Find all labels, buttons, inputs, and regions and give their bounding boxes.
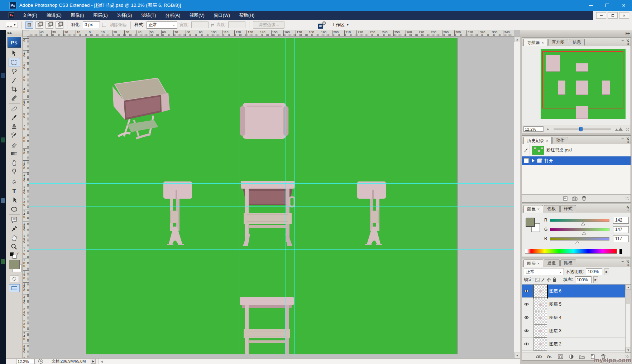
horizontal-scrollbar[interactable]: ◀ [99,359,520,364]
quick-mask-button[interactable] [10,276,19,282]
minimize-button[interactable] [583,0,599,11]
layer-thumbnail[interactable] [533,311,547,324]
opacity-spinner-icon[interactable]: ▶ [604,268,609,275]
scroll-down-icon[interactable]: ▼ [626,348,631,353]
layer-row[interactable]: 图层 4 [522,311,631,324]
menu-item-s[interactable]: 选择(S) [112,11,137,20]
layers-scrollbar[interactable]: ▲ ▼ [625,285,631,353]
slider-thumb[interactable] [582,232,586,235]
workspace-menu-button[interactable]: 工作区 ▼ [329,21,352,29]
panel-menu-icon[interactable]: ▾≡ [627,40,629,45]
status-menu-icon[interactable]: ▶ [91,359,96,364]
tab-layers-2[interactable]: 路径 [560,259,576,266]
layer-thumbnail[interactable] [533,324,547,338]
tool-pen[interactable] [9,178,20,187]
tool-move[interactable] [9,49,20,58]
tab-history-0[interactable]: 历史记录× [523,137,552,144]
doc-restore-button[interactable] [608,12,618,19]
layer-thumbnail[interactable] [533,338,547,351]
history-snapshot-row[interactable]: 粉红书桌.psd [522,144,631,156]
menu-item-h[interactable]: 帮助(H) [235,11,259,20]
r-value[interactable]: 142 [613,217,629,224]
visibility-toggle[interactable] [522,285,531,297]
menu-item-i[interactable]: 图像(I) [66,11,89,20]
tool-slice[interactable] [9,94,20,103]
tool-hand[interactable] [9,233,20,242]
navigator-thumbnail[interactable] [541,49,626,119]
tool-preset-picker[interactable]: ▼ [5,22,18,28]
layer-row[interactable]: 图层 2 [522,338,631,351]
style-select[interactable]: 正常 ⌄ [147,21,177,29]
menu-item-w[interactable]: 窗口(W) [209,11,235,20]
collapse-dock-icon[interactable]: ▶▶ [6,30,22,36]
blend-mode-select[interactable]: 正常 ⌄ [524,268,564,275]
new-document-from-state-icon[interactable] [561,195,570,202]
tab-history-1[interactable]: 动作 [552,137,568,144]
tab-close-icon[interactable]: × [537,262,540,266]
g-slider[interactable] [550,228,609,231]
tool-eyedropper[interactable] [9,224,20,233]
layer-style-icon[interactable]: fx. [545,354,554,360]
resize-grip[interactable] [626,127,629,131]
tab-color-0[interactable]: 颜色× [523,205,543,213]
menu-item-t[interactable]: 滤镜(T) [137,11,161,20]
visibility-toggle[interactable] [522,324,531,337]
screen-mode-button[interactable] [9,284,20,292]
guide-horizontal[interactable] [29,183,514,184]
new-group-icon[interactable] [577,354,586,360]
scroll-down-icon[interactable]: ▼ [514,353,520,358]
scroll-left-icon[interactable]: ◀ [100,360,103,363]
resize-grip[interactable] [626,197,629,200]
link-layers-icon[interactable] [534,354,544,360]
lock-position-icon[interactable] [547,278,551,282]
fill-spinner-icon[interactable]: ▶ [593,276,598,283]
close-button[interactable]: ✕ [616,0,632,11]
new-snapshot-icon[interactable] [570,195,579,202]
foreground-color-swatch[interactable] [9,260,20,269]
guide-vertical[interactable] [295,38,295,354]
panel-minimize-icon[interactable]: – [622,38,624,42]
maximize-button[interactable] [599,0,616,11]
tool-ellipse-shape[interactable] [9,205,20,214]
bridge-icon[interactable]: Br [318,21,326,29]
selection-mode-intersect[interactable] [56,21,63,29]
default-colors-icon[interactable]: ⇄ [10,252,19,259]
tab-close-icon[interactable]: × [542,41,544,45]
panel-menu-icon[interactable]: ▾≡ [627,207,629,212]
tool-magic-wand[interactable] [9,76,20,85]
tool-clone-stamp[interactable] [9,122,20,131]
tool-spot-healing[interactable] [9,105,20,113]
color-spectrum-ramp[interactable] [525,249,622,254]
slider-thumb[interactable] [579,127,583,131]
vertical-ruler[interactable]: 0102030405060708090100110120130140150160… [23,37,29,358]
zoom-level-field[interactable]: 12.2% [16,359,35,364]
lock-all-icon[interactable] [552,277,556,282]
add-layer-mask-icon[interactable] [556,354,565,360]
doc-close-button[interactable]: ✕ [619,12,629,19]
zoom-in-icon[interactable] [615,127,623,131]
panel-minimize-icon[interactable]: – [622,259,624,263]
layer-row[interactable]: 图层 3 [522,324,631,338]
tool-lasso[interactable] [9,67,20,76]
adjustment-layer-icon[interactable] [566,354,576,360]
tab-close-icon[interactable]: × [537,207,540,211]
tool-gradient[interactable] [9,149,20,158]
b-slider[interactable] [550,237,609,241]
tool-dodge[interactable] [9,167,20,176]
ruler-origin-corner[interactable] [23,30,29,37]
foreground-color-swatch[interactable] [526,218,535,227]
panel-menu-icon[interactable]: ▾≡ [627,261,629,266]
tool-history-brush[interactable] [9,131,20,140]
layer-thumbnail[interactable] [533,298,547,311]
tab-layers-0[interactable]: 图层× [523,259,543,267]
tab-navigator-0[interactable]: 导航器× [523,39,547,46]
menu-item-a[interactable]: 分析(A) [161,11,185,20]
guide-horizontal[interactable] [29,245,514,245]
selection-mode-new[interactable] [25,21,33,29]
slider-thumb[interactable] [575,241,579,244]
tab-navigator-1[interactable]: 直方图 [548,39,568,45]
visibility-toggle[interactable] [522,311,531,324]
tab-navigator-2[interactable]: 信息 [569,39,585,45]
tool-brush[interactable] [9,113,20,122]
navigator-zoom-field[interactable]: 12.2% [523,126,544,132]
